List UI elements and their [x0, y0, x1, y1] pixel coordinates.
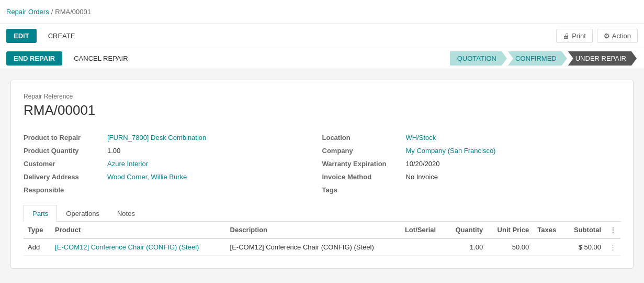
field-product-quantity: Product Quantity 1.00 — [24, 144, 322, 157]
tab-operations[interactable]: Operations — [57, 205, 108, 222]
breadcrumb-separator: / — [51, 8, 53, 16]
main-content: Repair Reference RMA/00001 Product to Re… — [0, 69, 644, 279]
pipeline: QUOTATION CONFIRMED UNDER REPAIR — [450, 51, 638, 66]
col-header-options: ⋮ — [605, 222, 620, 238]
field-location: Location WH/Stock — [322, 131, 621, 144]
product-to-repair-value[interactable]: [FURN_7800] Desk Combination — [107, 134, 206, 142]
left-fields: Product to Repair [FURN_7800] Desk Combi… — [24, 131, 322, 197]
pipeline-step-confirmed[interactable]: CONFIRMED — [508, 51, 567, 66]
field-customer: Customer Azure Interior — [24, 157, 322, 170]
col-header-description: Description — [226, 222, 401, 238]
field-company: Company My Company (San Francisco) — [322, 144, 621, 157]
action-label: Action — [612, 32, 631, 40]
field-responsible: Responsible — [24, 183, 322, 197]
repair-ref-value: RMA/00001 — [24, 102, 620, 118]
parts-table-container: Type Product Description Lot/Serial Quan… — [24, 222, 620, 256]
cell-quantity: 1.00 — [446, 238, 487, 256]
tabs: Parts Operations Notes — [24, 205, 620, 222]
col-header-lot-serial: Lot/Serial — [401, 222, 446, 238]
pipeline-step-under-repair[interactable]: UNDER REPAIR — [568, 51, 637, 66]
cell-product[interactable]: [E-COM12] Conference Chair (CONFIG) (Ste… — [51, 238, 225, 256]
form-card: Repair Reference RMA/00001 Product to Re… — [10, 80, 634, 269]
gear-icon: ⚙ — [604, 32, 610, 40]
cell-subtotal: $ 50.00 — [564, 238, 605, 256]
breadcrumb-bar: Repair Orders / RMA/00001 — [0, 0, 644, 24]
breadcrumb: Repair Orders / RMA/00001 — [6, 8, 91, 16]
fields-grid: Product to Repair [FURN_7800] Desk Combi… — [24, 131, 620, 197]
repair-ref-label: Repair Reference — [24, 93, 620, 100]
printer-icon: 🖨 — [563, 32, 570, 40]
col-header-product: Product — [51, 222, 225, 238]
cell-type: Add — [24, 238, 51, 256]
cell-unit-price: 50.00 — [487, 238, 533, 256]
create-button[interactable]: CREATE — [41, 29, 83, 43]
customer-value[interactable]: Azure Interior — [107, 160, 148, 168]
breadcrumb-parent[interactable]: Repair Orders — [6, 8, 49, 16]
col-header-type: Type — [24, 222, 51, 238]
cell-taxes — [533, 238, 564, 256]
breadcrumb-current: RMA/00001 — [55, 8, 91, 16]
product-quantity-value: 1.00 — [107, 147, 120, 155]
field-warranty-expiration: Warranty Expiration 10/20/2020 — [322, 157, 621, 170]
col-header-unit-price: Unit Price — [487, 222, 533, 238]
parts-table: Type Product Description Lot/Serial Quan… — [24, 222, 620, 256]
invoice-method-value: No Invoice — [406, 173, 438, 181]
delivery-address-value[interactable]: Wood Corner, Willie Burke — [107, 173, 187, 181]
pipeline-step-quotation[interactable]: QUOTATION — [450, 51, 507, 66]
print-button[interactable]: 🖨 Print — [556, 29, 593, 43]
right-fields: Location WH/Stock Company My Company (Sa… — [322, 131, 621, 197]
col-header-taxes: Taxes — [533, 222, 564, 238]
status-bar: END REPAIR CANCEL REPAIR QUOTATION CONFI… — [0, 48, 644, 69]
company-value[interactable]: My Company (San Francisco) — [406, 147, 496, 155]
cell-lot-serial — [401, 238, 446, 256]
print-label: Print — [572, 32, 586, 40]
location-value[interactable]: WH/Stock — [406, 134, 436, 142]
table-row: Add [E-COM12] Conference Chair (CONFIG) … — [24, 238, 620, 256]
end-repair-button[interactable]: END REPAIR — [6, 51, 62, 66]
cell-description: [E-COM12] Conference Chair (CONFIG) (Ste… — [226, 238, 401, 256]
cell-options[interactable]: ⋮ — [605, 238, 620, 256]
action-button[interactable]: ⚙ Action — [597, 29, 638, 43]
field-tags: Tags — [322, 183, 621, 197]
tab-parts[interactable]: Parts — [24, 205, 57, 222]
tab-notes[interactable]: Notes — [108, 205, 144, 222]
field-invoice-method: Invoice Method No Invoice — [322, 170, 621, 183]
action-bar: EDIT CREATE 🖨 Print ⚙ Action — [0, 24, 644, 48]
field-product-to-repair: Product to Repair [FURN_7800] Desk Combi… — [24, 131, 322, 144]
warranty-expiration-value: 10/20/2020 — [406, 160, 440, 168]
col-header-quantity: Quantity — [446, 222, 487, 238]
cancel-repair-button[interactable]: CANCEL REPAIR — [66, 51, 135, 66]
field-delivery-address: Delivery Address Wood Corner, Willie Bur… — [24, 170, 322, 183]
edit-button[interactable]: EDIT — [6, 29, 37, 43]
col-header-subtotal: Subtotal — [564, 222, 605, 238]
